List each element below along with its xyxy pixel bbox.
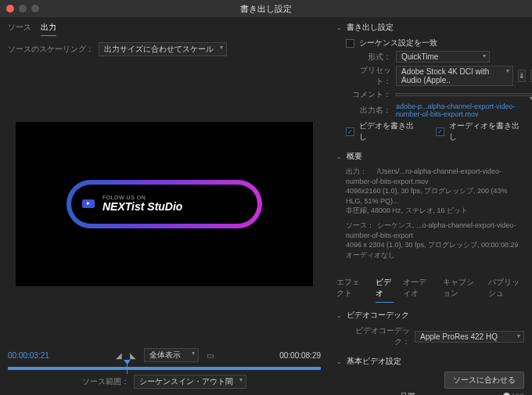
save-preset-icon[interactable]: ⇓: [518, 70, 526, 82]
maximize-window[interactable]: [31, 5, 39, 13]
codec-dropdown[interactable]: Apple ProRes 422 HQ: [415, 331, 524, 343]
current-timecode[interactable]: 00:00:03:21: [8, 351, 49, 360]
mark-out-icon[interactable]: ◣: [130, 351, 136, 360]
preset-dropdown[interactable]: Adobe Stock 4K DCI with Audio (Apple..: [396, 66, 513, 86]
tab-source[interactable]: ソース: [8, 22, 31, 36]
playhead[interactable]: [127, 363, 128, 374]
youtube-icon: [82, 199, 95, 208]
aspect-icon[interactable]: ▭: [207, 351, 214, 360]
match-source-button[interactable]: ソースに合わせる: [444, 372, 524, 389]
export-audio-checkbox[interactable]: [436, 127, 444, 136]
fit-dropdown[interactable]: 全体表示: [144, 348, 199, 362]
codec-header[interactable]: ⌄ビデオコーデック: [336, 310, 524, 321]
tab-audio[interactable]: オーディオ: [403, 277, 433, 303]
basic-video-header[interactable]: ⌄基本ビデオ設定: [336, 356, 524, 367]
export-settings-header[interactable]: ⌄書き出し設定: [336, 22, 524, 33]
window-title: 書き出し設定: [240, 3, 292, 15]
tab-captions[interactable]: キャプション: [443, 277, 479, 303]
format-dropdown[interactable]: QuickTime: [396, 51, 490, 63]
scaling-label: ソースのスケーリング：: [8, 44, 94, 55]
tab-video[interactable]: ビデオ: [376, 277, 394, 303]
preview-video: FOLOW US ON NEXTist StuDio: [16, 122, 313, 286]
tab-publish[interactable]: パブリッシュ: [488, 277, 524, 303]
tab-effects[interactable]: エフェクト: [336, 277, 366, 303]
export-video-checkbox[interactable]: [346, 127, 354, 136]
match-sequence-checkbox[interactable]: [346, 39, 354, 48]
minimize-window[interactable]: [19, 5, 27, 13]
range-dropdown[interactable]: シーケンスイン・アウト間: [134, 375, 246, 389]
summary-header[interactable]: ⌄概要: [336, 151, 524, 162]
tab-output[interactable]: 出力: [41, 22, 56, 36]
duration-timecode: 00:00:08:29: [279, 351, 321, 360]
output-name-link[interactable]: adobe-p...alpha-channel-export-video-num…: [396, 102, 524, 118]
preview-subtitle: FOLOW US ON: [102, 195, 182, 200]
preview-title: NEXTist StuDio: [102, 200, 182, 213]
timeline-track[interactable]: [8, 367, 321, 370]
scaling-dropdown[interactable]: 出力サイズに合わせてスケール: [99, 42, 227, 56]
range-label: ソース範囲：: [82, 376, 129, 387]
mark-in-icon[interactable]: ◢: [116, 351, 122, 360]
comment-field[interactable]: [396, 93, 532, 96]
close-window[interactable]: [6, 5, 14, 13]
